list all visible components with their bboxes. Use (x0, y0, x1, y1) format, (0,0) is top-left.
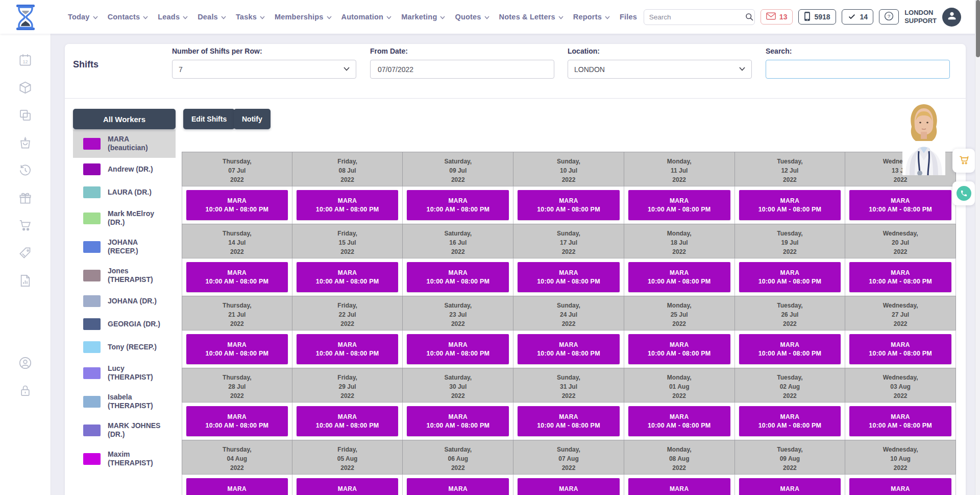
day-header-cell: Tuesday, 12 Jul 2022 (735, 152, 846, 186)
shift-card[interactable]: MARA 10:00 AM - 08:00 PM (739, 262, 841, 292)
shift-card[interactable]: MARA 10:00 AM - 08:00 PM (186, 262, 288, 292)
shift-card[interactable]: MARA 10:00 AM - 08:00 PM (518, 478, 620, 495)
shift-card[interactable]: MARA 10:00 AM - 08:00 PM (518, 190, 620, 220)
nav-item[interactable]: Notes & Letters (499, 13, 564, 21)
worker-row[interactable]: Tony (RECEP.) (73, 336, 176, 359)
worker-row[interactable]: MARK JOHNES (DR.) (73, 416, 176, 444)
tasks-button[interactable]: 14 (842, 9, 874, 25)
mobile-phone-icon (804, 11, 811, 23)
worker-row[interactable]: Andrew (DR.) (73, 158, 176, 181)
shift-card[interactable]: MARA 10:00 AM - 08:00 PM (297, 334, 399, 364)
nav-item[interactable]: Files (620, 13, 637, 21)
shift-card[interactable]: MARA 10:00 AM - 08:00 PM (739, 334, 841, 364)
user-circle-icon[interactable] (18, 356, 32, 370)
shift-card[interactable]: MARA 10:00 AM - 08:00 PM (849, 478, 951, 495)
worker-row[interactable]: GEORGIA (DR.) (73, 313, 176, 336)
shift-card[interactable]: MARA 10:00 AM - 08:00 PM (186, 406, 288, 436)
shift-card[interactable]: MARA 10:00 AM - 08:00 PM (849, 190, 951, 220)
shift-card[interactable]: MARA 10:00 AM - 08:00 PM (739, 478, 841, 495)
nav-item[interactable]: Today (68, 13, 98, 21)
shift-card[interactable]: MARA 10:00 AM - 08:00 PM (297, 478, 399, 495)
shift-card[interactable]: MARA 10:00 AM - 08:00 PM (628, 334, 730, 364)
shift-card[interactable]: MARA 10:00 AM - 08:00 PM (407, 334, 509, 364)
worker-search-input[interactable] (772, 65, 943, 74)
nav-item[interactable]: Deals (198, 13, 226, 21)
from-date-input[interactable] (377, 65, 548, 74)
worker-row[interactable]: Lucy (THERAPIST) (73, 359, 176, 387)
day-year: 2022 (735, 247, 845, 256)
worker-row[interactable]: Mark McElroy (DR.) (73, 204, 176, 232)
cart-fab[interactable] (952, 149, 975, 173)
nav-item[interactable]: Memberships (275, 13, 332, 21)
search-icon[interactable] (745, 12, 754, 21)
phone-calls-button[interactable]: 5918 (798, 9, 836, 25)
worker-row[interactable]: Maxim (THERAPIST) (73, 444, 176, 473)
shift-card[interactable]: MARA 10:00 AM - 08:00 PM (518, 406, 620, 436)
shift-card[interactable]: MARA 10:00 AM - 08:00 PM (186, 334, 288, 364)
shift-card[interactable]: MARA 10:00 AM - 08:00 PM (628, 478, 730, 495)
calendar-week-row: Thursday, 07 Jul 2022 Friday, 08 Jul 202… (182, 152, 956, 224)
all-workers-button[interactable]: All Workers (73, 109, 176, 129)
user-avatar[interactable] (942, 8, 961, 27)
nav-item[interactable]: Leads (158, 13, 188, 21)
shift-card[interactable]: MARA 10:00 AM - 08:00 PM (518, 334, 620, 364)
nav-item[interactable]: Tasks (236, 13, 265, 21)
history-icon[interactable] (18, 163, 32, 177)
shift-card[interactable]: MARA 10:00 AM - 08:00 PM (628, 262, 730, 292)
worker-name: Isabela (THERAPIST) (108, 393, 170, 410)
report-icon[interactable] (18, 274, 32, 288)
nav-item[interactable]: Contacts (108, 13, 149, 21)
worker-row[interactable]: Isabela (THERAPIST) (73, 387, 176, 416)
nav-item[interactable]: Reports (573, 13, 610, 21)
shift-card[interactable]: MARA 10:00 AM - 08:00 PM (407, 406, 509, 436)
edit-shifts-button[interactable]: Edit Shifts (183, 109, 235, 129)
price-tag-icon[interactable] (18, 246, 32, 260)
shift-card[interactable]: MARA 10:00 AM - 08:00 PM (628, 190, 730, 220)
shifts-per-row-select[interactable]: 7 (172, 60, 356, 79)
shift-card[interactable]: MARA 10:00 AM - 08:00 PM (186, 478, 288, 495)
shift-worker-name: MARA (780, 341, 800, 348)
calendar-icon[interactable]: 12 (18, 53, 32, 67)
shift-card[interactable]: MARA 10:00 AM - 08:00 PM (849, 334, 951, 364)
nav-item[interactable]: Marketing (401, 13, 445, 21)
shift-card[interactable]: MARA 10:00 AM - 08:00 PM (407, 262, 509, 292)
worker-row[interactable]: JOHANA (RECEP.) (73, 232, 176, 261)
worker-color-swatch (83, 341, 101, 353)
shift-card[interactable]: MARA 10:00 AM - 08:00 PM (186, 190, 288, 220)
scrollbar-thumb[interactable] (976, 0, 980, 57)
phone-fab[interactable] (952, 181, 975, 205)
shift-card[interactable]: MARA 10:00 AM - 08:00 PM (407, 478, 509, 495)
global-search-input[interactable] (644, 13, 745, 21)
nav-item[interactable]: Quotes (455, 13, 489, 21)
messages-button[interactable]: 13 (761, 9, 793, 25)
notify-button[interactable]: Notify (234, 109, 271, 129)
gift-icon[interactable] (18, 191, 32, 205)
copy-icon[interactable] (18, 108, 32, 122)
shift-card[interactable]: MARA 10:00 AM - 08:00 PM (407, 190, 509, 220)
help-button[interactable]: ? (879, 9, 899, 25)
worker-row[interactable]: MARA (beautician) (73, 129, 176, 158)
basket-icon[interactable] (18, 136, 32, 150)
nav-item[interactable]: Automation (341, 13, 392, 21)
day-date: 19 Jul (735, 238, 845, 247)
worker-row[interactable]: Jones (THERAPIST) (73, 261, 176, 290)
shift-card[interactable]: MARA 10:00 AM - 08:00 PM (518, 262, 620, 292)
cart-icon[interactable] (18, 219, 32, 232)
cube-icon[interactable] (18, 81, 32, 95)
day-year: 2022 (513, 175, 624, 184)
day-header-cell: Wednesday, 03 Aug 2022 (845, 368, 956, 403)
shift-card[interactable]: MARA 10:00 AM - 08:00 PM (297, 406, 399, 436)
shift-card[interactable]: MARA 10:00 AM - 08:00 PM (739, 406, 841, 436)
shift-card[interactable]: MARA 10:00 AM - 08:00 PM (739, 190, 841, 220)
location-select[interactable]: LONDON (568, 60, 752, 79)
shift-card[interactable]: MARA 10:00 AM - 08:00 PM (849, 406, 951, 436)
worker-row[interactable]: JOHANA (DR.) (73, 290, 176, 313)
shift-card[interactable]: MARA 10:00 AM - 08:00 PM (297, 190, 399, 220)
worker-row[interactable]: LAURA (DR.) (73, 181, 176, 204)
from-date-group: From Date: (370, 47, 554, 79)
lock-icon[interactable] (18, 384, 32, 397)
shift-card[interactable]: MARA 10:00 AM - 08:00 PM (849, 262, 951, 292)
shift-card[interactable]: MARA 10:00 AM - 08:00 PM (628, 406, 730, 436)
shift-card[interactable]: MARA 10:00 AM - 08:00 PM (297, 262, 399, 292)
shift-worker-name: MARA (338, 269, 357, 276)
